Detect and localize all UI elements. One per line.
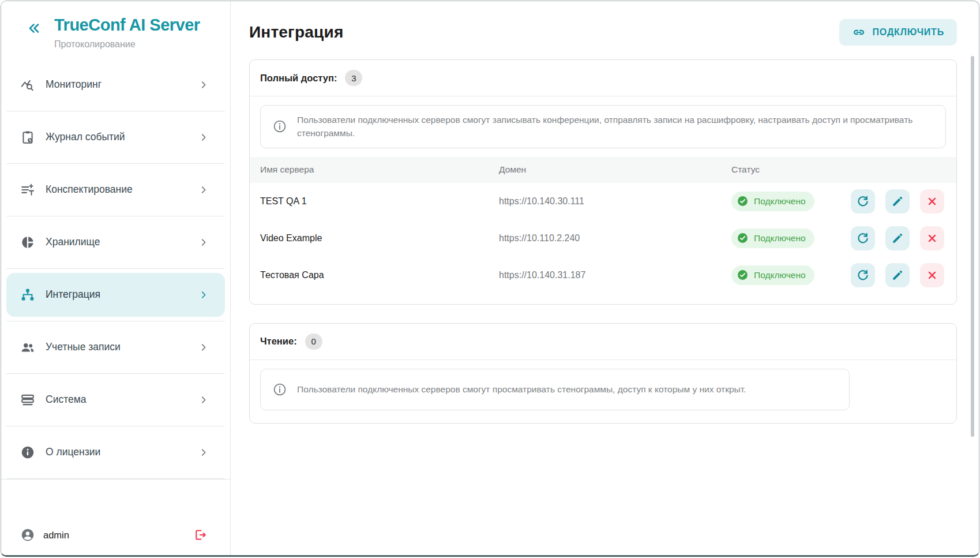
sidebar-item-label: Система bbox=[46, 394, 188, 406]
app-subtitle: Протоколирование bbox=[54, 39, 200, 50]
sidebar-item-license[interactable]: О лицензии bbox=[6, 430, 225, 474]
sidebar-item-storage[interactable]: Хранилище bbox=[6, 220, 225, 264]
app-window: TrueConf AI Server Протоколирование Мони… bbox=[1, 1, 979, 557]
sidebar-nav: Мониторинг Журнал событий bbox=[1, 59, 230, 479]
pencil-icon bbox=[891, 232, 904, 245]
divider bbox=[6, 426, 225, 426]
table-row: TEST QA 1 https://10.140.30.111 Подключе… bbox=[250, 183, 956, 220]
close-icon bbox=[926, 195, 938, 208]
status-badge: Подключено bbox=[731, 229, 814, 248]
main-content: Интеграция ПОДКЛЮЧИТЬ Полный доступ: 3 bbox=[231, 1, 979, 555]
summarization-icon bbox=[20, 182, 35, 197]
chevron-right-icon bbox=[198, 80, 209, 90]
pencil-icon bbox=[891, 269, 904, 282]
delete-button[interactable] bbox=[920, 226, 944, 250]
server-domain: https://10.140.31.187 bbox=[499, 270, 731, 280]
event-log-icon bbox=[20, 130, 35, 145]
info-icon bbox=[272, 382, 287, 397]
link-icon bbox=[852, 25, 866, 39]
server-domain: https://10.140.30.111 bbox=[499, 196, 731, 207]
table-row: Тестовая Сара https://10.140.31.187 Подк… bbox=[250, 257, 956, 294]
column-header-name: Имя сервера bbox=[260, 164, 499, 175]
divider bbox=[6, 216, 225, 216]
monitoring-icon bbox=[20, 77, 35, 92]
chevron-right-icon bbox=[198, 290, 209, 300]
check-circle-icon bbox=[737, 232, 749, 244]
chevron-right-icon bbox=[198, 342, 209, 353]
full-access-count-badge: 3 bbox=[345, 70, 362, 86]
license-icon bbox=[20, 445, 35, 460]
user-panel: admin bbox=[1, 479, 230, 555]
system-icon bbox=[20, 392, 35, 407]
divider bbox=[6, 373, 225, 374]
table-header-row: Имя сервера Домен Статус bbox=[250, 157, 956, 183]
sidebar-item-label: Журнал событий bbox=[46, 131, 188, 143]
column-header-domain: Домен bbox=[499, 164, 731, 175]
full-access-info-text: Пользователи подключенных серверов смогу… bbox=[297, 113, 934, 140]
server-name: TEST QA 1 bbox=[260, 196, 499, 207]
refresh-icon bbox=[856, 231, 870, 245]
collapse-sidebar-icon[interactable] bbox=[27, 21, 42, 36]
sidebar: TrueConf AI Server Протоколирование Мони… bbox=[1, 1, 231, 555]
read-access-card: Чтение: 0 Пользователи подключенных серв… bbox=[249, 323, 957, 424]
sidebar-item-accounts[interactable]: Учетные записи bbox=[6, 325, 225, 369]
close-icon bbox=[926, 232, 938, 245]
server-name: Тестовая Сара bbox=[260, 270, 499, 280]
status-text: Подключено bbox=[754, 270, 806, 280]
sidebar-item-summarization[interactable]: Конспектирование bbox=[6, 168, 225, 212]
read-access-info-text: Пользователи подключенных серверов смогу… bbox=[297, 383, 746, 396]
delete-button[interactable] bbox=[920, 189, 944, 214]
read-access-count-badge: 0 bbox=[305, 334, 322, 350]
page-title: Интеграция bbox=[249, 23, 343, 42]
app-logo: TrueConf AI Server bbox=[54, 16, 200, 35]
divider bbox=[6, 268, 225, 269]
user-icon bbox=[20, 527, 35, 542]
sidebar-item-label: О лицензии bbox=[46, 446, 188, 458]
chevron-right-icon bbox=[198, 237, 209, 248]
status-text: Подключено bbox=[754, 233, 806, 244]
refresh-icon bbox=[856, 194, 870, 208]
close-icon bbox=[926, 269, 938, 282]
status-text: Подключено bbox=[754, 196, 806, 207]
table-row: Video Example https://10.110.2.240 Подкл… bbox=[250, 220, 956, 257]
server-domain: https://10.110.2.240 bbox=[499, 233, 731, 244]
refresh-button[interactable] bbox=[851, 189, 875, 214]
sidebar-item-label: Интеграция bbox=[46, 289, 188, 301]
full-access-title: Полный доступ: bbox=[260, 73, 337, 84]
accounts-icon bbox=[20, 340, 35, 355]
delete-button[interactable] bbox=[920, 263, 944, 287]
logout-icon[interactable] bbox=[193, 528, 207, 542]
divider bbox=[6, 111, 225, 111]
sidebar-item-label: Конспектирование bbox=[46, 183, 188, 196]
sidebar-item-system[interactable]: Система bbox=[6, 378, 225, 422]
sidebar-item-label: Учетные записи bbox=[46, 341, 188, 353]
brand-header: TrueConf AI Server Протоколирование bbox=[1, 1, 230, 59]
refresh-button[interactable] bbox=[851, 226, 875, 250]
connect-button[interactable]: ПОДКЛЮЧИТЬ bbox=[839, 19, 957, 46]
scrollbar-thumb[interactable] bbox=[971, 56, 974, 437]
full-access-info: Пользователи подключенных серверов смогу… bbox=[260, 105, 946, 148]
edit-button[interactable] bbox=[885, 189, 910, 214]
check-circle-icon bbox=[737, 195, 749, 207]
sidebar-item-integration[interactable]: Интеграция bbox=[6, 273, 225, 317]
chevron-right-icon bbox=[198, 132, 209, 143]
column-header-status: Статус bbox=[731, 164, 847, 175]
divider bbox=[6, 163, 225, 164]
sidebar-item-event-log[interactable]: Журнал событий bbox=[6, 115, 225, 159]
edit-button[interactable] bbox=[885, 263, 910, 287]
chevron-right-icon bbox=[198, 395, 209, 405]
full-access-card: Полный доступ: 3 Пользователи подключенн… bbox=[249, 59, 957, 305]
server-table-body: TEST QA 1 https://10.140.30.111 Подключе… bbox=[250, 183, 956, 294]
sidebar-item-label: Мониторинг bbox=[46, 78, 188, 91]
read-access-info: Пользователи подключенных серверов смогу… bbox=[260, 369, 850, 410]
chevron-right-icon bbox=[198, 447, 209, 458]
pencil-icon bbox=[891, 195, 904, 208]
divider bbox=[6, 321, 225, 321]
integration-icon bbox=[20, 287, 35, 302]
edit-button[interactable] bbox=[885, 226, 910, 250]
read-access-title: Чтение: bbox=[260, 336, 297, 347]
storage-icon bbox=[20, 235, 35, 250]
server-name: Video Example bbox=[260, 233, 499, 244]
sidebar-item-monitoring[interactable]: Мониторинг bbox=[6, 63, 225, 107]
refresh-button[interactable] bbox=[851, 263, 875, 287]
